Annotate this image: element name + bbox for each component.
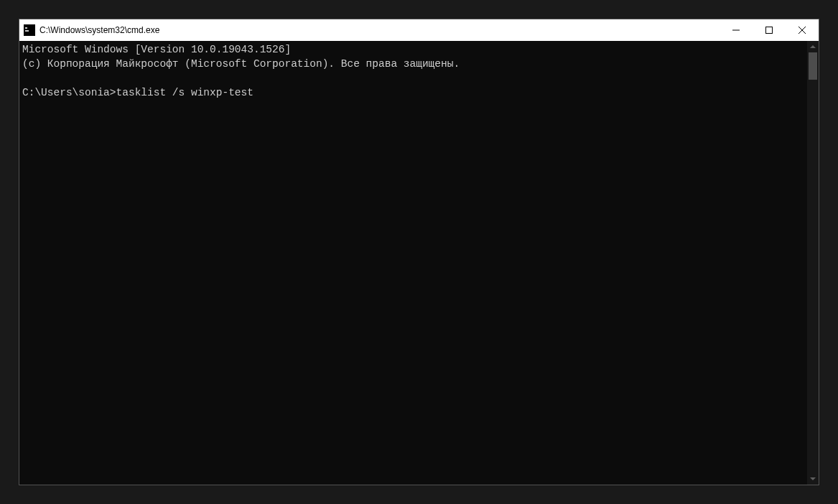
close-button[interactable]	[786, 19, 819, 41]
scroll-up-arrow-icon[interactable]	[807, 41, 819, 52]
svg-marker-4	[810, 45, 816, 48]
scroll-down-arrow-icon[interactable]	[807, 473, 819, 485]
titlebar[interactable]: C:\Windows\system32\cmd.exe	[19, 19, 819, 41]
console-line: C:\Users\sonia>tasklist /s winxp-test	[22, 85, 804, 100]
cmd-window: C:\Windows\system32\cmd.exe Microsoft Wi…	[19, 19, 819, 485]
cmd-icon	[24, 24, 35, 36]
window-controls	[720, 19, 819, 41]
console-content[interactable]: Microsoft Windows [Version 10.0.19043.15…	[19, 41, 807, 485]
window-title: C:\Windows\system32\cmd.exe	[39, 25, 720, 35]
maximize-button[interactable]	[753, 19, 786, 41]
console-line	[22, 71, 804, 85]
svg-marker-5	[810, 477, 816, 480]
minimize-button[interactable]	[720, 19, 753, 41]
scrollbar-thumb[interactable]	[809, 52, 817, 80]
console-line: Microsoft Windows [Version 10.0.19043.15…	[22, 42, 804, 57]
console-body: Microsoft Windows [Version 10.0.19043.15…	[19, 41, 819, 485]
scrollbar[interactable]	[807, 41, 819, 485]
console-line: (c) Корпорация Майкрософт (Microsoft Cor…	[22, 57, 804, 71]
svg-rect-1	[766, 27, 773, 34]
